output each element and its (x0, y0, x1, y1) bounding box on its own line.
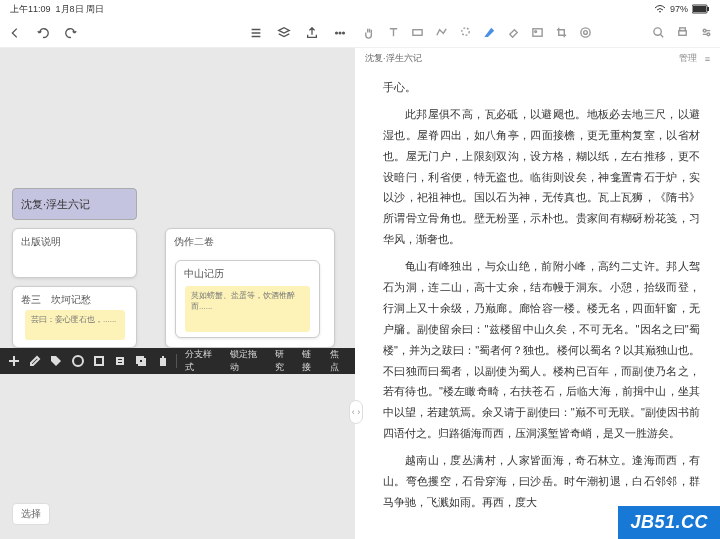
branch-style-button[interactable]: 分支样式 (181, 346, 224, 376)
svg-point-5 (343, 32, 345, 34)
battery-icon (692, 4, 710, 14)
node-publish[interactable]: 出版说明 (12, 228, 137, 278)
highlighter-tool[interactable] (481, 25, 497, 41)
note-button[interactable] (89, 351, 108, 371)
add-button[interactable] (4, 351, 23, 371)
sticky-note-1[interactable]: 芸曰：妾心匪石也，...... (25, 310, 125, 340)
polyline-tool[interactable] (433, 25, 449, 41)
svg-point-13 (534, 31, 536, 33)
edit-button[interactable] (25, 351, 44, 371)
share-button[interactable] (303, 24, 321, 42)
document-body[interactable]: 手心。 此邦屋俱不高，瓦必砥，以避飓也。地板必去地三尺，以避湿也。屋脊四出，如八… (355, 69, 720, 539)
settings-button[interactable] (698, 25, 714, 41)
svg-rect-10 (412, 30, 421, 36)
research-button[interactable]: 研究 (271, 346, 296, 376)
status-bar: 上午11:09 1月8日 周日 97% (0, 0, 720, 18)
svg-point-14 (580, 28, 589, 37)
left-toolbar (0, 18, 355, 48)
redo-button[interactable] (62, 24, 80, 42)
svg-point-3 (336, 32, 338, 34)
svg-rect-12 (532, 29, 541, 36)
mindmap-pane: 沈复·浮生六记 出版说明 伪作二卷 卷三 坎坷记愁 中山记历 芸曰：妾心匪石也，… (0, 18, 355, 539)
mindmap-canvas[interactable]: 沈复·浮生六记 出版说明 伪作二卷 卷三 坎坷记愁 中山记历 芸曰：妾心匪石也，… (0, 48, 355, 508)
context-toolbar: 分支样式 锁定拖动 研究 链接 焦点 (0, 348, 355, 374)
wifi-icon (654, 4, 666, 14)
tag-button[interactable] (47, 351, 66, 371)
search-button[interactable] (650, 25, 666, 41)
svg-point-11 (461, 28, 468, 35)
svg-point-19 (703, 29, 706, 32)
svg-rect-1 (693, 6, 706, 12)
lasso-tool[interactable] (457, 25, 473, 41)
battery-pct: 97% (670, 4, 688, 14)
pane-collapse-handle[interactable]: ‹ › (349, 400, 363, 424)
rect-tool[interactable] (409, 25, 425, 41)
doc-title: 沈复·浮生六记 (365, 52, 422, 65)
more-button[interactable] (331, 24, 349, 42)
hand-tool[interactable] (361, 25, 377, 41)
sticky-note-2[interactable]: 莫如螃蟹、盐蛋等，饮酒惟醉而...... (185, 286, 310, 332)
focus-button[interactable]: 焦点 (326, 346, 351, 376)
svg-rect-2 (707, 7, 709, 11)
doc-meta-bar: 沈复·浮生六记 管理 ≡ (355, 48, 720, 69)
lock-drag-button[interactable]: 锁定拖动 (226, 346, 269, 376)
list-button[interactable] (247, 24, 265, 42)
target-tool[interactable] (577, 25, 593, 41)
right-toolbar (355, 18, 720, 48)
undo-button[interactable] (34, 24, 52, 42)
copy-button[interactable] (132, 351, 151, 371)
trash-button[interactable] (153, 351, 172, 371)
para-2: 龟山有峰独出，与众山绝，前附小峰，高约二丈许。邦人驾石为洞，连二山，高十丈余，结… (383, 256, 700, 444)
para-0: 手心。 (383, 77, 700, 98)
svg-rect-7 (95, 357, 103, 365)
select-button[interactable]: 选择 (12, 503, 50, 525)
para-1: 此邦屋俱不高，瓦必砥，以避飓也。地板必去地三尺，以避湿也。屋脊四出，如八角亭，四… (383, 104, 700, 250)
status-time: 上午11:09 1月8日 周日 (10, 3, 104, 16)
print-button[interactable] (674, 25, 690, 41)
svg-point-20 (706, 33, 709, 36)
status-right: 97% (654, 4, 710, 14)
para-3: 越南山，度丛满村，人家皆面海，奇石林立。逢海而西，有山。弯色攫空，石骨穿海，曰沙… (383, 450, 700, 513)
layers-button[interactable] (275, 24, 293, 42)
eraser-tool[interactable] (505, 25, 521, 41)
manage-link[interactable]: 管理 (679, 52, 697, 65)
palette-button[interactable] (68, 351, 87, 371)
crop-tool[interactable] (553, 25, 569, 41)
document-pane: 沈复·浮生六记 管理 ≡ 手心。 此邦屋俱不高，瓦必砥，以避飓也。地板必去地三尺… (355, 18, 720, 539)
watermark: JB51.CC (618, 506, 720, 539)
menu-icon[interactable]: ≡ (705, 54, 710, 64)
back-button[interactable] (6, 24, 24, 42)
svg-point-4 (339, 32, 341, 34)
svg-point-6 (73, 356, 83, 366)
image-tool[interactable] (529, 25, 545, 41)
svg-point-15 (583, 31, 587, 35)
text-tool[interactable] (385, 25, 401, 41)
root-node[interactable]: 沈复·浮生六记 (12, 188, 137, 220)
link-button[interactable]: 链接 (298, 346, 323, 376)
svg-point-16 (653, 28, 660, 35)
attach-button[interactable] (110, 351, 129, 371)
svg-rect-18 (679, 28, 685, 31)
